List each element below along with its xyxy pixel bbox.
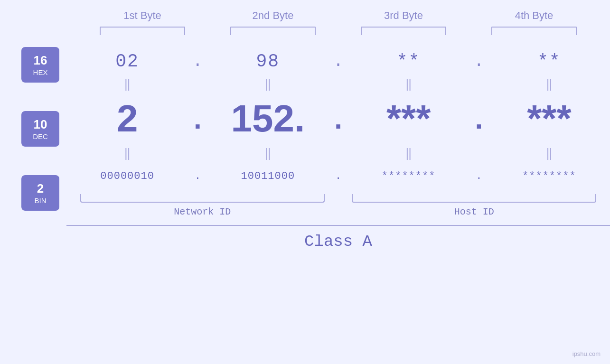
host-id-section: Host ID xyxy=(338,194,610,217)
dec-badge-label: DEC xyxy=(33,132,48,140)
bin-b1-cell: 00000010 xyxy=(66,170,188,182)
hex-b2-cell: 98 xyxy=(207,51,328,72)
bin-b2: 10011000 xyxy=(241,170,295,182)
eq2-b3: ‖ xyxy=(348,147,469,160)
dec-badge-num: 10 xyxy=(34,117,47,132)
main-content: 16 HEX 10 DEC 2 BIN 02 . 98 xyxy=(0,42,610,364)
byte4-header: 4th Byte xyxy=(469,9,600,22)
hex-badge-num: 16 xyxy=(34,53,47,68)
top-brackets xyxy=(77,27,600,35)
top-bracket-2 xyxy=(230,27,316,35)
equals-row-2: ‖ ‖ ‖ ‖ xyxy=(66,147,610,160)
dec-b1: 2 xyxy=(117,97,138,140)
dec-b4-cell: *** xyxy=(488,97,610,140)
hex-badge: 16 HEX xyxy=(21,47,59,83)
eq2-dot1 xyxy=(188,147,207,160)
hex-badge-label: HEX xyxy=(33,68,48,76)
bottom-brackets-container: Network ID Host ID xyxy=(66,194,610,217)
network-id-section: Network ID xyxy=(66,194,338,217)
bin-b3: ******** xyxy=(382,170,436,182)
dec-b3: *** xyxy=(386,97,431,140)
dec-badge: 10 DEC xyxy=(21,111,59,147)
bracket-cell-3 xyxy=(338,27,469,35)
eq2-b1: ‖ xyxy=(66,147,188,160)
dec-dot3: . xyxy=(469,103,488,135)
values-grid: 02 . 98 . ** . ** ‖ ‖ xyxy=(66,42,610,251)
hex-b2: 98 xyxy=(256,51,280,72)
bracket-cell-2 xyxy=(208,27,338,35)
bin-badge: 2 BIN xyxy=(21,175,59,211)
eq1-dot2 xyxy=(329,77,348,91)
eq2-dot3 xyxy=(469,147,488,160)
hex-dot1: . xyxy=(188,52,207,71)
hex-b4: ** xyxy=(537,51,561,72)
hex-b1: 02 xyxy=(115,51,139,72)
eq1-b1: ‖ xyxy=(66,77,188,91)
eq2-b2: ‖ xyxy=(207,147,328,160)
bin-badge-label: BIN xyxy=(34,196,46,205)
bin-b3-cell: ******** xyxy=(348,170,469,182)
hex-b4-cell: ** xyxy=(488,51,610,72)
hex-b1-cell: 02 xyxy=(66,51,188,72)
watermark: ipshu.com xyxy=(572,350,601,357)
class-label: Class A xyxy=(304,233,372,251)
dec-b2: 152. xyxy=(231,97,305,140)
bin-row: 00000010 . 10011000 . ******** . *******… xyxy=(66,162,610,190)
bin-b1: 00000010 xyxy=(100,170,154,182)
main-container: 1st Byte 2nd Byte 3rd Byte 4th Byte 16 H… xyxy=(0,0,610,364)
bin-dot2: . xyxy=(329,170,348,182)
dec-b1-cell: 2 xyxy=(66,97,188,140)
hex-dot3: . xyxy=(469,52,488,71)
top-bracket-1 xyxy=(100,27,185,35)
eq1-b3: ‖ xyxy=(348,77,469,91)
eq2-b4: ‖ xyxy=(488,147,610,160)
host-id-bracket xyxy=(352,194,596,203)
dec-b4: *** xyxy=(527,97,571,140)
hex-dot2: . xyxy=(329,52,348,71)
bin-b4-cell: ******** xyxy=(488,170,610,182)
bin-dot3: . xyxy=(469,170,488,182)
badges-column: 16 HEX 10 DEC 2 BIN xyxy=(0,42,66,211)
dec-b2-cell: 152. xyxy=(207,97,328,140)
class-section: Class A xyxy=(66,225,610,251)
eq1-b4: ‖ xyxy=(488,77,610,91)
dec-b3-cell: *** xyxy=(348,97,469,140)
eq1-dot3 xyxy=(469,77,488,91)
network-id-label: Network ID xyxy=(174,206,231,217)
top-bracket-3 xyxy=(361,27,446,35)
host-id-label: Host ID xyxy=(454,206,494,217)
bracket-cell-4 xyxy=(469,27,600,35)
hex-b3-cell: ** xyxy=(348,51,469,72)
bracket-cell-1 xyxy=(77,27,208,35)
eq1-dot1 xyxy=(188,77,207,91)
network-id-bracket xyxy=(80,194,325,203)
dec-dot1: . xyxy=(188,103,207,135)
dec-row: 2 . 152. . *** . *** xyxy=(66,93,610,145)
bin-dot1: . xyxy=(188,170,207,182)
dec-dot2: . xyxy=(329,103,348,135)
byte2-header: 2nd Byte xyxy=(208,9,338,22)
hex-row: 02 . 98 . ** . ** xyxy=(66,47,610,75)
byte3-header: 3rd Byte xyxy=(338,9,469,22)
eq2-dot2 xyxy=(329,147,348,160)
eq1-b2: ‖ xyxy=(207,77,328,91)
byte-headers: 1st Byte 2nd Byte 3rd Byte 4th Byte xyxy=(77,9,600,22)
equals-row-1: ‖ ‖ ‖ ‖ xyxy=(66,77,610,91)
byte1-header: 1st Byte xyxy=(77,9,208,22)
bin-b2-cell: 10011000 xyxy=(207,170,328,182)
bin-b4: ******** xyxy=(522,170,576,182)
bin-badge-num: 2 xyxy=(37,181,44,196)
top-bracket-4 xyxy=(491,27,577,35)
hex-b3: ** xyxy=(397,51,421,72)
